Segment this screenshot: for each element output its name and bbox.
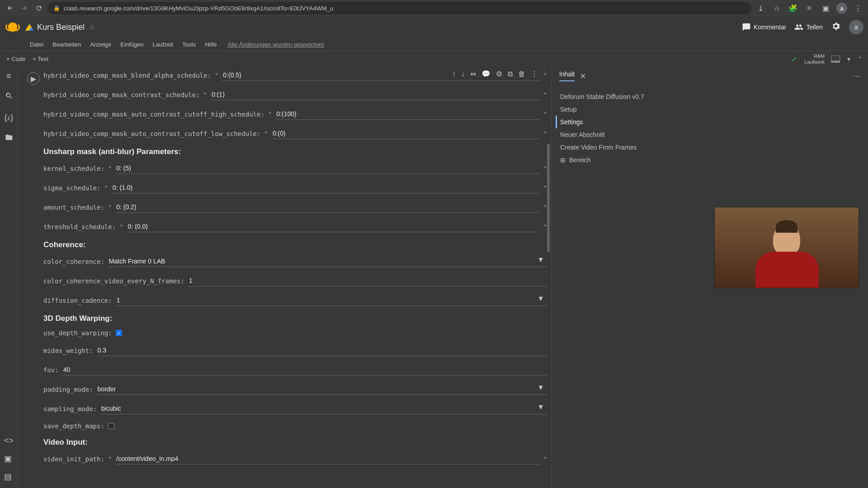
comment-button[interactable]: Kommentar [742,23,786,32]
menu-anzeige[interactable]: Anzeige [86,40,115,49]
run-cell-button[interactable]: ▶ [27,72,40,85]
label-save-depth: save_depth_maps: [43,422,104,430]
runtime-dropdown-icon[interactable]: ▼ [846,56,851,62]
notebook-content[interactable]: ↑ ↓ ⇔ 💬 ⚙ ⧉ 🗑 ⋮ ▶ hybrid_video_comp_mask… [18,67,552,488]
drive-icon [25,23,33,31]
list-icon[interactable]: ≡ [804,3,815,14]
input-amount[interactable] [115,202,539,213]
search-icon[interactable] [5,92,13,102]
user-avatar[interactable]: a [849,20,863,34]
url-text: colab.research.google.com/drive/13G9KHyM… [64,5,333,12]
menu-bearbeiten[interactable]: Bearbeiten [49,40,85,49]
input-sigma[interactable] [112,182,540,193]
menu-laufzeit[interactable]: Laufzeit [149,40,177,49]
panel-icon[interactable]: ▣ [820,3,831,14]
colab-logo-icon[interactable] [5,19,21,35]
label-midas: midas_weight: [43,347,93,354]
toc-item-setup[interactable]: Setup [556,103,864,116]
command-palette-icon[interactable]: ▤ [4,472,14,482]
add-code-button[interactable]: + Code [6,56,25,62]
input-cutoff-high[interactable] [275,108,539,120]
menu-tools[interactable]: Tools [179,40,199,49]
back-button[interactable] [5,3,15,14]
label-cutoff-low: hybrid_video_comp_mask_auto_contrast_cut… [43,130,260,137]
move-down-icon[interactable]: ↓ [461,70,465,78]
reload-button[interactable] [33,3,44,14]
link-icon[interactable]: ⇔ [470,70,476,78]
notebook-toolbar: + Code + Text ✓ RAM Laufwerk ▼ ⌃ [0,51,868,67]
input-threshold[interactable] [127,221,540,232]
checkbox-save-depth[interactable] [108,423,114,429]
toc-icon[interactable]: ≡ [6,71,11,81]
install-icon[interactable]: ⤓ [755,3,766,14]
select-diffusion-cadence[interactable]: 1 [116,295,547,305]
url-bar[interactable]: 🔒 colab.research.google.com/drive/13G9KH… [48,2,751,14]
forward-button[interactable] [19,3,30,14]
input-cutoff-low[interactable] [272,128,540,139]
move-up-icon[interactable]: ↑ [452,70,456,78]
toc-item-deforum[interactable]: Deforum Stable Diffusion v0.7 [556,90,864,103]
cell-toolbar: ↑ ↓ ⇔ 💬 ⚙ ⧉ 🗑 ⋮ [452,70,538,78]
notebook-title[interactable]: Kurs Beispiel [37,23,85,32]
label-sigma: sigma_schedule: [43,184,100,192]
input-midas[interactable] [97,345,547,356]
cell-more-icon[interactable]: ⋮ [531,70,538,78]
panel-tab-inhalt[interactable]: Inhalt [559,70,575,81]
label-contrast: hybrid_video_comp_mask_contrast_schedule… [43,91,200,99]
terminal-icon[interactable]: ▣ [4,454,14,464]
select-sampling[interactable]: bicubic [100,403,547,414]
star-bookmark-icon[interactable]: ☆ [771,3,782,14]
browser-avatar[interactable]: a [836,3,847,14]
share-button[interactable]: Teilen [794,23,823,32]
cell-settings-icon[interactable]: ⚙ [496,70,502,78]
save-status[interactable]: Alle Änderungen wurden gespeichert [227,41,324,48]
extensions-icon[interactable]: 🧩 [788,3,798,14]
label-fov: fov: [43,366,59,374]
select-padding[interactable]: border [97,384,547,394]
delete-cell-icon[interactable]: 🗑 [518,70,525,78]
section-video: Video Input: [43,438,547,447]
input-fov[interactable] [62,364,547,375]
section-depth: 3D Depth Warping: [43,314,547,323]
files-icon[interactable] [5,133,13,144]
label-color-coherence: color_coherence: [43,258,104,265]
comment-cell-icon[interactable]: 💬 [481,70,491,78]
ram-bar-icon [831,56,840,63]
star-icon[interactable]: ☆ [88,22,95,32]
browser-menu-icon[interactable]: ⋮ [853,3,863,14]
variables-icon[interactable]: {𝑥} [4,113,13,122]
scrollbar[interactable] [547,144,550,252]
colab-header: Kurs Beispiel ☆ Kommentar Teilen a [0,16,868,38]
toc-item-settings[interactable]: Settings [556,116,864,128]
toc-item-neuer[interactable]: Neuer Abschnitt [556,128,864,141]
menu-einfugen[interactable]: Einfügen [117,40,147,49]
code-snippets-icon[interactable]: <> [4,436,14,446]
gear-icon[interactable] [831,21,841,33]
collapse-icon[interactable]: ⌃ [858,56,862,62]
input-contrast[interactable] [211,89,540,100]
right-panel: Inhalt ✕ ⋯ Deforum Stable Diffusion v0.7… [552,67,868,488]
section-unsharp: Unsharp mask (anti-blur) Parameters: [43,147,547,156]
plus-icon: ⊞ [560,156,566,164]
panel-more-icon[interactable]: ⋯ [853,72,861,80]
close-panel-icon[interactable]: ✕ [580,72,586,80]
label-blend-alpha: hybrid_video_comp_mask_blend_alpha_sched… [43,72,211,79]
mirror-icon[interactable]: ⧉ [508,70,513,78]
input-video-path[interactable] [115,453,539,465]
input-kernel[interactable] [115,163,539,174]
section-coherence: Coherence: [43,240,547,249]
menu-datei[interactable]: Datei [26,40,47,49]
ram-indicator[interactable]: RAM Laufwerk [804,53,825,64]
label-amount: amount_schedule: [43,204,104,211]
toc-add-section[interactable]: ⊞ Bereich [556,154,864,166]
input-color-n-frames[interactable] [188,275,547,286]
checkbox-use-depth[interactable]: ✓ [116,330,122,336]
add-text-button[interactable]: + Text [33,56,48,62]
select-color-coherence[interactable]: Match Frame 0 LAB [108,256,547,267]
label-kernel: kernel_schedule: [43,165,104,172]
label-color-n-frames: color_coherence_video_every_N_frames: [43,277,184,285]
webcam-overlay [714,207,859,288]
connected-check-icon: ✓ [791,54,798,64]
menu-hilfe[interactable]: Hilfe [201,40,220,49]
toc-item-create-video[interactable]: Create Video From Frames [556,141,864,154]
